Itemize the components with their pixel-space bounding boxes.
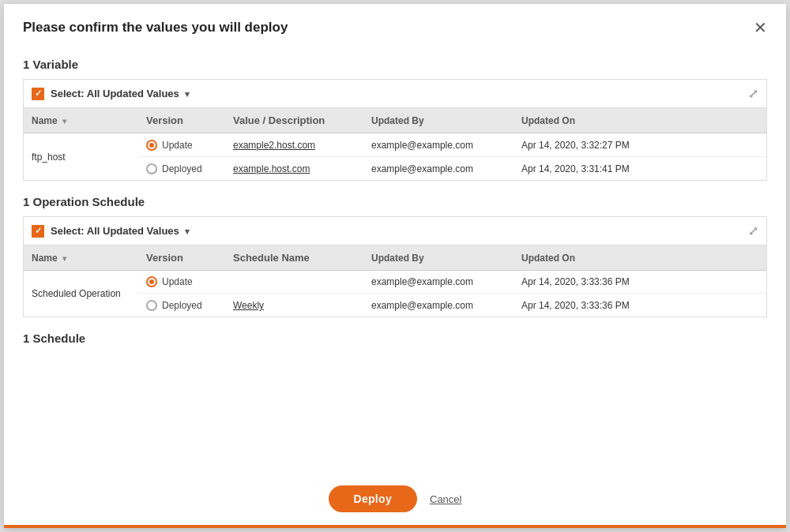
variable-table: Name ▾ Version Value / Description Updat… (24, 108, 766, 180)
variable-row-version-deployed: Deployed (138, 157, 225, 181)
operation-expand-icon[interactable]: ⤢ (748, 223, 758, 238)
variable-select-label: Select: All Updated Values ▾ (51, 88, 190, 99)
operation-version-deployed-label: Deployed (162, 300, 202, 311)
variable-section-title: 1 Variable (23, 58, 767, 71)
operation-version-update-label: Update (162, 276, 193, 287)
variable-expand-icon[interactable]: ⤢ (748, 86, 758, 101)
variable-row-value-update: example2.host.com (225, 133, 363, 157)
variable-table-header-row: Name ▾ Version Value / Description Updat… (24, 108, 766, 133)
modal-header: Please confirm the values you will deplo… (4, 4, 786, 47)
variable-col-updatedon: Updated On (514, 108, 766, 133)
operation-updatedby-deployed: example@example.com (363, 294, 514, 317)
modal-dialog: Please confirm the values you will deplo… (4, 4, 786, 528)
operation-row-version-update: Update (138, 271, 225, 294)
operation-col-name: Name ▾ (24, 245, 138, 271)
table-row: Scheduled Operation Update example@exa (24, 271, 766, 294)
variable-radio-deployed[interactable] (146, 163, 157, 174)
variable-col-value: Value / Description (225, 108, 363, 133)
operation-table: Name ▾ Version Schedule Name Updated By … (24, 245, 766, 317)
operation-select-dropdown-arrow[interactable]: ▾ (185, 227, 190, 236)
variable-select-checkbox[interactable] (32, 88, 44, 100)
operation-select-bar: Select: All Updated Values ▾ ⤢ (24, 217, 766, 245)
operation-schedule-section: 1 Operation Schedule Select: All Updated… (23, 195, 767, 317)
deploy-button[interactable]: Deploy (329, 485, 417, 512)
operation-col-schedule: Schedule Name (225, 245, 363, 271)
modal-title: Please confirm the values you will deplo… (23, 20, 288, 36)
operation-schedule-section-title: 1 Operation Schedule (23, 195, 767, 208)
variable-value-update-link[interactable]: example2.host.com (233, 140, 315, 151)
variable-version-update-label: Update (162, 140, 193, 151)
modal-footer: Deploy Cancel (4, 476, 786, 525)
operation-col-updatedby: Updated By (363, 245, 514, 271)
variable-col-updatedby: Updated By (363, 108, 514, 133)
operation-updatedon-update: Apr 14, 2020, 3:33:36 PM (514, 271, 766, 294)
variable-select-dropdown-arrow[interactable]: ▾ (185, 89, 190, 99)
variable-version-deployed-label: Deployed (162, 163, 202, 174)
variable-updatedon-deployed: Apr 14, 2020, 3:31:41 PM (514, 157, 766, 181)
operation-select-label: Select: All Updated Values ▾ (51, 225, 190, 237)
variable-updatedby-update: example@example.com (363, 133, 514, 157)
schedule-section-title: 1 Schedule (23, 332, 767, 345)
variable-select-bar: Select: All Updated Values ▾ ⤢ (24, 80, 766, 108)
operation-radio-deployed[interactable] (146, 300, 157, 311)
variable-value-deployed-link[interactable]: example.host.com (233, 163, 310, 174)
operation-value-deployed-link[interactable]: Weekly (233, 300, 264, 311)
operation-row-value-update (225, 271, 363, 294)
operation-schedule-section-box: Select: All Updated Values ▾ ⤢ Name ▾ (23, 216, 767, 317)
variable-col-version: Version (138, 108, 225, 133)
variable-section: 1 Variable Select: All Updated Values ▾ … (23, 58, 767, 181)
operation-row-version-deployed: Deployed (138, 294, 225, 317)
operation-updatedby-update: example@example.com (363, 271, 514, 294)
cancel-button[interactable]: Cancel (430, 493, 461, 505)
variable-name-sort: ▾ (62, 117, 66, 126)
operation-col-updatedon: Updated On (514, 245, 766, 271)
close-button[interactable]: ✕ (754, 20, 767, 36)
variable-row-name: ftp_host (24, 133, 138, 181)
modal-body: 1 Variable Select: All Updated Values ▾ … (4, 47, 786, 476)
operation-name-sort: ▾ (62, 254, 66, 263)
operation-row-name: Scheduled Operation (24, 271, 138, 317)
schedule-section: 1 Schedule (23, 332, 767, 345)
operation-select-checkbox[interactable] (32, 225, 44, 238)
variable-radio-update[interactable] (146, 140, 157, 151)
variable-col-name: Name ▾ (24, 108, 138, 133)
variable-updatedby-deployed: example@example.com (363, 157, 514, 181)
table-row: ftp_host Update example2.host.com examp (24, 133, 766, 157)
operation-col-version: Version (138, 245, 225, 271)
variable-section-box: Select: All Updated Values ▾ ⤢ Name ▾ (23, 79, 767, 181)
variable-row-version-update: Update (138, 133, 225, 157)
variable-updatedon-update: Apr 14, 2020, 3:32:27 PM (514, 133, 766, 157)
variable-row-value-deployed: example.host.com (225, 157, 363, 181)
operation-table-header-row: Name ▾ Version Schedule Name Updated By … (24, 245, 766, 271)
operation-updatedon-deployed: Apr 14, 2020, 3:33:36 PM (514, 294, 766, 317)
operation-row-value-deployed: Weekly (225, 294, 363, 317)
operation-radio-update[interactable] (146, 276, 157, 287)
